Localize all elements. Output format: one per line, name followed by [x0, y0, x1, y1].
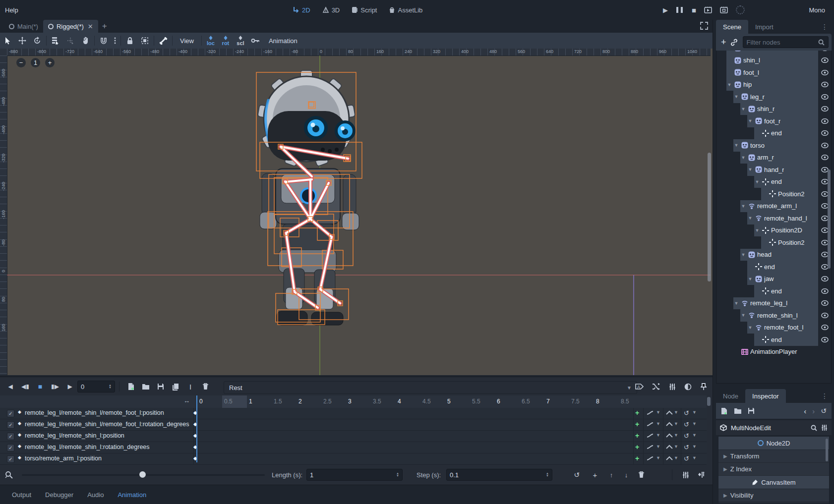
- select-tool-icon[interactable]: [0, 33, 15, 49]
- section-visibility[interactable]: ▶Visibility: [718, 489, 829, 502]
- section-transform[interactable]: ▶Transform: [718, 450, 829, 463]
- interpolation-dropdown-icon[interactable]: ▼: [674, 410, 678, 415]
- tab-scene[interactable]: Scene: [716, 20, 748, 34]
- visibility-eye-icon[interactable]: [818, 288, 831, 294]
- snap-options-menu-icon[interactable]: [111, 33, 119, 49]
- inspector-menu-icon[interactable]: ⋮: [818, 389, 832, 403]
- add-key-button[interactable]: +: [635, 409, 639, 417]
- update-mode-dropdown-icon[interactable]: ▼: [656, 410, 660, 415]
- history-forward-icon[interactable]: ›: [812, 407, 815, 415]
- collapse-arrow-icon[interactable]: ▼: [747, 325, 753, 330]
- tree-node-row[interactable]: ▼: [716, 261, 831, 273]
- tree-node-row[interactable]: ▼: [716, 55, 831, 67]
- tree-node-row[interactable]: ▼: [716, 176, 831, 188]
- collapse-arrow-icon[interactable]: ▼: [726, 82, 732, 87]
- visibility-eye-icon[interactable]: [818, 118, 831, 124]
- pin-panel-icon[interactable]: [696, 379, 711, 394]
- instance-scene-icon[interactable]: [728, 39, 740, 46]
- bottom-tab[interactable]: Output: [7, 491, 36, 499]
- tree-node-row[interactable]: ▼: [716, 79, 831, 91]
- tree-node-row[interactable]: ▼: [716, 346, 831, 358]
- visibility-eye-icon[interactable]: [818, 130, 831, 136]
- interpolation-mode-icon[interactable]: [666, 433, 673, 438]
- bottom-tab[interactable]: Debugger: [40, 491, 78, 499]
- track-enabled-checkbox[interactable]: ✓: [7, 455, 14, 463]
- mode-2d-button[interactable]: 2D: [287, 6, 316, 14]
- tree-node-row[interactable]: ▼: [716, 322, 831, 334]
- node2d-class-header[interactable]: Node2D: [718, 437, 829, 450]
- interpolation-dropdown-icon[interactable]: ▼: [674, 433, 678, 438]
- tree-node-row[interactable]: ▼: [716, 236, 831, 249]
- loop-wrap-dropdown-icon[interactable]: ▼: [692, 421, 697, 426]
- stop-button[interactable]: ■: [692, 6, 696, 14]
- track-enabled-checkbox[interactable]: ✓: [7, 444, 14, 451]
- loop-wrap-icon[interactable]: ↺: [684, 455, 689, 462]
- tab-import[interactable]: Import: [748, 20, 780, 34]
- history-back-icon[interactable]: ‹: [804, 407, 806, 415]
- track-enabled-checkbox[interactable]: ✓: [7, 433, 14, 440]
- collapse-arrow-icon[interactable]: ▼: [747, 216, 753, 221]
- add-key-button[interactable]: +: [635, 443, 639, 451]
- filter-nodes-input[interactable]: Filter nodes: [743, 36, 829, 48]
- tree-node-row[interactable]: ▼: [716, 297, 831, 310]
- interpolation-mode-icon[interactable]: [666, 456, 673, 461]
- interpolation-dropdown-icon[interactable]: ▼: [674, 444, 678, 449]
- new-animation-icon[interactable]: [123, 379, 138, 394]
- timeline-scrollbar[interactable]: [707, 397, 711, 406]
- group-object-icon[interactable]: [137, 33, 152, 49]
- mode-3d-button[interactable]: 3D: [316, 6, 346, 14]
- update-mode-icon[interactable]: [646, 443, 654, 451]
- visibility-eye-icon[interactable]: [818, 94, 831, 100]
- tree-node-row[interactable]: ▼: [716, 334, 831, 346]
- add-key-button[interactable]: +: [635, 454, 639, 462]
- load-resource-icon[interactable]: [734, 408, 742, 414]
- update-mode-icon[interactable]: [646, 420, 654, 429]
- interpolation-mode-icon[interactable]: [666, 410, 673, 415]
- track-tools-icon[interactable]: [678, 471, 693, 479]
- 2d-viewport[interactable]: -880-800-720-640-560-480-400-320-240-160…: [0, 49, 713, 375]
- loop-wrap-icon[interactable]: ↺: [684, 432, 689, 440]
- tree-scrollbar[interactable]: [828, 169, 831, 269]
- length-spinbox[interactable]: 1 ▲▼: [306, 469, 403, 481]
- collapse-arrow-icon[interactable]: ▼: [747, 118, 753, 123]
- loop-wrap-dropdown-icon[interactable]: ▼: [692, 455, 697, 460]
- canvas-vertical-scrollbar[interactable]: [708, 153, 711, 281]
- collapse-arrow-icon[interactable]: ▼: [747, 277, 753, 281]
- inspector-tools-icon[interactable]: [821, 424, 828, 431]
- tree-node-row[interactable]: ▼: [716, 200, 831, 213]
- mode-assetlib-button[interactable]: AssetLib: [383, 6, 428, 14]
- inspector-search-icon[interactable]: [811, 425, 817, 431]
- visibility-eye-icon[interactable]: [818, 70, 831, 75]
- play-custom-scene-button[interactable]: [720, 6, 728, 13]
- timeline-ruler[interactable]: ↔ 00.511.522.533.544.555.566.577.588.5: [0, 395, 707, 408]
- current-frame-spinbox[interactable]: 0 ▲▼: [77, 381, 115, 392]
- tree-node-row[interactable]: ▼: [716, 91, 831, 103]
- tree-node-row[interactable]: ▼: [716, 249, 831, 261]
- tree-node-row[interactable]: ▼: [716, 103, 831, 115]
- collapse-arrow-icon[interactable]: ▼: [740, 252, 746, 257]
- collapse-arrow-icon[interactable]: ▼: [740, 204, 746, 209]
- tree-node-row[interactable]: ▼: [716, 152, 831, 164]
- visibility-eye-icon[interactable]: [818, 143, 831, 148]
- dock-menu-icon[interactable]: ⋮: [818, 20, 832, 34]
- add-track-button[interactable]: +: [588, 471, 602, 479]
- play-backwards-button[interactable]: ◀: [3, 379, 18, 394]
- move-track-up-icon[interactable]: ↑: [604, 471, 619, 479]
- remove-track-icon[interactable]: [634, 471, 649, 478]
- add-node-button[interactable]: +: [719, 37, 728, 48]
- bottom-tab[interactable]: Animation: [113, 491, 151, 499]
- step-spinbox[interactable]: 0.1 ▲▼: [446, 469, 552, 481]
- play-animation-button[interactable]: ▶: [62, 379, 77, 394]
- collapse-arrow-icon[interactable]: ▼: [754, 179, 760, 184]
- collapse-arrow-icon[interactable]: ▼: [740, 313, 746, 318]
- visibility-eye-icon[interactable]: [818, 276, 831, 281]
- tab-node[interactable]: Node: [716, 389, 745, 403]
- collapse-arrow-icon[interactable]: ▼: [740, 155, 746, 160]
- update-mode-dropdown-icon[interactable]: ▼: [656, 444, 660, 449]
- visibility-eye-icon[interactable]: [818, 51, 831, 51]
- object-history-icon[interactable]: ↺: [821, 407, 827, 415]
- load-animation-icon[interactable]: [138, 379, 153, 394]
- loop-animation-icon[interactable]: ↺: [569, 471, 584, 479]
- interpolation-mode-icon[interactable]: [666, 445, 673, 449]
- tree-node-row[interactable]: ▼: [716, 139, 831, 152]
